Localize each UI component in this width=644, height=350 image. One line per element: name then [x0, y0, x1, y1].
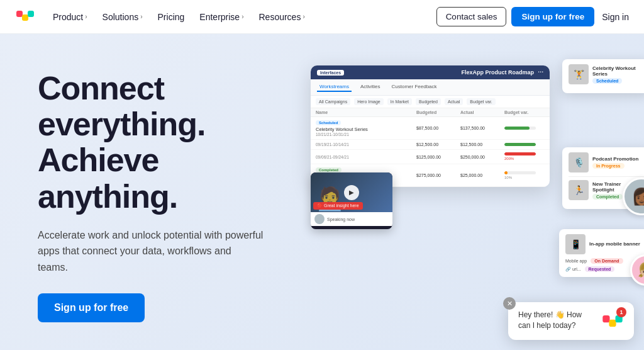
tab-workstreams[interactable]: Workstreams	[317, 82, 352, 92]
dashboard-card: Interfaces FlexApp Product Roadmap ⋯ Wor…	[311, 65, 550, 187]
contact-sales-button[interactable]: Contact sales	[436, 7, 507, 26]
hero-visual: Interfaces FlexApp Product Roadmap ⋯ Wor…	[292, 47, 644, 336]
dash-col-headers: Name Budgeted Actual Budget var.	[311, 108, 550, 117]
table-row: Scheduled Celebrity Workout Series 10/21…	[311, 117, 550, 140]
mobile-icon: 📱	[565, 234, 586, 254]
logo[interactable]	[15, 6, 43, 28]
chat-widget[interactable]: ✕ Hey there! 👋 How can I help today? 1	[508, 302, 634, 340]
sport-image-1: 🏋️	[569, 64, 589, 84]
video-preview: 🧑‍💼 ▶ 🔴 Great insight here	[311, 172, 392, 212]
chat-close-button[interactable]: ✕	[503, 297, 516, 310]
signup-hero-button[interactable]: Sign up for free	[38, 293, 145, 322]
toolbar-budget-var[interactable]: Budget var.	[467, 98, 495, 105]
svg-rect-1	[22, 14, 28, 21]
video-bottom: Speaking now	[311, 212, 392, 226]
dash-toolbar: All Campaigns Hero Image In Market Budge…	[311, 96, 550, 108]
video-card[interactable]: 🧑‍💼 ▶ 🔴 Great insight here Speaking now	[311, 172, 392, 229]
toolbar-all-campaigns[interactable]: All Campaigns	[316, 98, 350, 105]
signup-nav-button[interactable]: Sign up for free	[511, 7, 594, 26]
float-card-celebrity: 🏋️ Celebrity Workout Series Scheduled	[562, 59, 644, 93]
sport-image-3: 🏃	[569, 180, 589, 200]
float-card-mobile: 📱 In-app mobile banner Mobile app On Dem…	[559, 229, 644, 277]
tab-customer-feedback[interactable]: Customer Feedback	[389, 82, 440, 92]
notification-badge: 1	[616, 307, 626, 317]
signin-button[interactable]: Sign in	[602, 12, 629, 22]
hero-heading: Connect everything. Achieve anything.	[38, 71, 302, 215]
person-avatar-2: 👧🏼	[630, 254, 644, 286]
navbar: Product › Solutions › Pricing Enterprise…	[0, 0, 644, 34]
nav-item-solutions[interactable]: Solutions ›	[97, 9, 148, 25]
table-row: 09/06/21-09/24/21 $125,000.00 $250,000.0…	[311, 150, 550, 164]
svg-rect-2	[28, 11, 34, 17]
play-button[interactable]: ▶	[344, 185, 359, 200]
dash-header: Interfaces FlexApp Product Roadmap ⋯	[311, 65, 550, 79]
dash-tabs: Workstreams Activities Customer Feedback	[311, 79, 550, 96]
svg-rect-0	[16, 11, 23, 17]
nav-item-pricing[interactable]: Pricing	[153, 9, 190, 25]
video-user-avatar	[314, 214, 325, 224]
chevron-icon: ›	[140, 13, 142, 20]
svg-rect-3	[602, 315, 609, 322]
label-url: 🔗 url...	[565, 267, 581, 272]
person-avatar: 👩🏾	[623, 178, 644, 215]
nav-item-resources[interactable]: Resources ›	[253, 9, 309, 25]
toolbar-actual[interactable]: Actual	[445, 98, 463, 105]
chevron-icon: ›	[242, 13, 243, 20]
chevron-icon: ›	[303, 13, 304, 20]
video-label: 🔴 Great insight here	[313, 202, 363, 210]
chevron-icon: ›	[85, 13, 87, 20]
float-card-podcast: 🎙️ Podcast Promotion In Progress 🏃 New T…	[562, 147, 644, 209]
chat-message: Hey there! 👋 How can I help today?	[518, 310, 595, 331]
svg-rect-4	[609, 320, 616, 327]
sport-image-2: 🎙️	[569, 152, 589, 172]
hero-text: Connect everything. Achieve anything. Ac…	[38, 64, 302, 322]
nav-item-product[interactable]: Product ›	[48, 9, 92, 25]
table-row: 09/19/21-10/14/21 $12,500.00 $12,500.00	[311, 140, 550, 150]
hero-subtext: Accelerate work and unlock potential wit…	[38, 227, 264, 276]
tab-activities[interactable]: Activities	[358, 82, 383, 92]
toolbar-in-market[interactable]: In Market	[387, 98, 412, 105]
toolbar-budgeted[interactable]: Budgeted	[416, 98, 441, 105]
nav-item-enterprise[interactable]: Enterprise ›	[194, 9, 248, 25]
toolbar-hero-image[interactable]: Hero Image	[354, 98, 384, 105]
